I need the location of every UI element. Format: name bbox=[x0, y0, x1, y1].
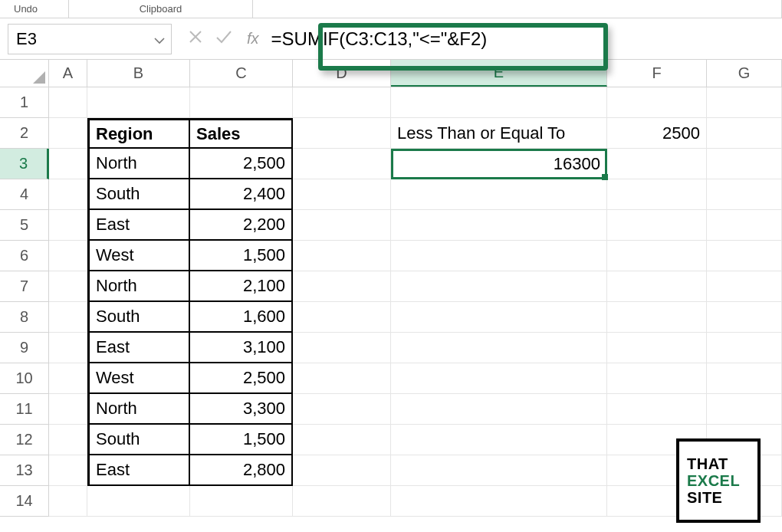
cell-B4[interactable]: South bbox=[87, 179, 190, 210]
cell-G1[interactable] bbox=[707, 87, 782, 118]
cell-B12[interactable]: South bbox=[87, 425, 190, 455]
cell-D1[interactable] bbox=[293, 87, 391, 118]
cell-C13[interactable]: 2,800 bbox=[190, 455, 293, 486]
cell-C4[interactable]: 2,400 bbox=[190, 179, 293, 210]
cell-A7[interactable] bbox=[49, 271, 87, 302]
cell-F7[interactable] bbox=[607, 271, 707, 302]
row-header-13[interactable]: 13 bbox=[0, 455, 49, 486]
cell-A11[interactable] bbox=[49, 394, 87, 425]
fx-icon[interactable]: fx bbox=[239, 30, 267, 48]
cell-B1[interactable] bbox=[87, 87, 190, 118]
cell-G3[interactable] bbox=[707, 149, 782, 179]
cell-B3[interactable]: North bbox=[87, 149, 190, 179]
cell-G5[interactable] bbox=[707, 210, 782, 241]
cell-B8[interactable]: South bbox=[87, 302, 190, 333]
cell-E14[interactable] bbox=[391, 486, 607, 517]
cell-C7[interactable]: 2,100 bbox=[190, 271, 293, 302]
cell-D2[interactable] bbox=[293, 118, 391, 149]
col-header-G[interactable]: G bbox=[707, 60, 782, 87]
cell-E5[interactable] bbox=[391, 210, 607, 241]
row-header-11[interactable]: 11 bbox=[0, 394, 49, 425]
cell-C5[interactable]: 2,200 bbox=[190, 210, 293, 241]
cancel-icon[interactable] bbox=[187, 28, 204, 49]
cell-C11[interactable]: 3,300 bbox=[190, 394, 293, 425]
col-header-D[interactable]: D bbox=[293, 60, 391, 87]
row-header-7[interactable]: 7 bbox=[0, 271, 49, 302]
cell-F6[interactable] bbox=[607, 241, 707, 271]
cell-E4[interactable] bbox=[391, 179, 607, 210]
chevron-down-icon[interactable] bbox=[154, 29, 165, 49]
cell-G4[interactable] bbox=[707, 179, 782, 210]
cell-E13[interactable] bbox=[391, 455, 607, 486]
row-header-12[interactable]: 12 bbox=[0, 425, 49, 455]
cell-F9[interactable] bbox=[607, 333, 707, 363]
cell-A13[interactable] bbox=[49, 455, 87, 486]
row-header-3[interactable]: 3 bbox=[0, 149, 49, 179]
row-header-6[interactable]: 6 bbox=[0, 241, 49, 271]
col-header-A[interactable]: A bbox=[49, 60, 87, 87]
cell-D11[interactable] bbox=[293, 394, 391, 425]
cell-B14[interactable] bbox=[87, 486, 190, 517]
cell-B5[interactable]: East bbox=[87, 210, 190, 241]
cell-A9[interactable] bbox=[49, 333, 87, 363]
cell-A12[interactable] bbox=[49, 425, 87, 455]
cell-A3[interactable] bbox=[49, 149, 87, 179]
cell-B13[interactable]: East bbox=[87, 455, 190, 486]
cell-F2[interactable]: 2500 bbox=[607, 118, 707, 149]
row-header-4[interactable]: 4 bbox=[0, 179, 49, 210]
cell-D4[interactable] bbox=[293, 179, 391, 210]
formula-input[interactable] bbox=[267, 24, 774, 54]
row-header-14[interactable]: 14 bbox=[0, 486, 49, 517]
cell-C12[interactable]: 1,500 bbox=[190, 425, 293, 455]
cell-B7[interactable]: North bbox=[87, 271, 190, 302]
cell-E10[interactable] bbox=[391, 363, 607, 394]
cell-D10[interactable] bbox=[293, 363, 391, 394]
cell-D8[interactable] bbox=[293, 302, 391, 333]
cell-A5[interactable] bbox=[49, 210, 87, 241]
cell-B11[interactable]: North bbox=[87, 394, 190, 425]
name-box[interactable]: E3 bbox=[8, 24, 172, 54]
cell-C6[interactable]: 1,500 bbox=[190, 241, 293, 271]
cell-E3[interactable]: 16300 bbox=[391, 149, 607, 179]
cell-G2[interactable] bbox=[707, 118, 782, 149]
cell-F10[interactable] bbox=[607, 363, 707, 394]
cell-E9[interactable] bbox=[391, 333, 607, 363]
cell-G8[interactable] bbox=[707, 302, 782, 333]
cell-E8[interactable] bbox=[391, 302, 607, 333]
cell-F5[interactable] bbox=[607, 210, 707, 241]
cell-D7[interactable] bbox=[293, 271, 391, 302]
cell-F11[interactable] bbox=[607, 394, 707, 425]
cell-E12[interactable] bbox=[391, 425, 607, 455]
col-header-C[interactable]: C bbox=[190, 60, 293, 87]
cell-E2[interactable]: Less Than or Equal To bbox=[391, 118, 607, 149]
cell-B9[interactable]: East bbox=[87, 333, 190, 363]
cell-A8[interactable] bbox=[49, 302, 87, 333]
col-header-E[interactable]: E bbox=[391, 60, 607, 87]
cell-B6[interactable]: West bbox=[87, 241, 190, 271]
cell-D14[interactable] bbox=[293, 486, 391, 517]
cell-B10[interactable]: West bbox=[87, 363, 190, 394]
cell-C10[interactable]: 2,500 bbox=[190, 363, 293, 394]
cell-G6[interactable] bbox=[707, 241, 782, 271]
cell-F4[interactable] bbox=[607, 179, 707, 210]
row-header-5[interactable]: 5 bbox=[0, 210, 49, 241]
enter-icon[interactable] bbox=[215, 28, 233, 49]
cell-C8[interactable]: 1,600 bbox=[190, 302, 293, 333]
cell-C2[interactable]: Sales bbox=[190, 118, 293, 149]
cell-D3[interactable] bbox=[293, 149, 391, 179]
cell-D12[interactable] bbox=[293, 425, 391, 455]
cell-A2[interactable] bbox=[49, 118, 87, 149]
cell-D9[interactable] bbox=[293, 333, 391, 363]
cell-D6[interactable] bbox=[293, 241, 391, 271]
col-header-B[interactable]: B bbox=[87, 60, 190, 87]
cell-F1[interactable] bbox=[607, 87, 707, 118]
select-all-corner[interactable] bbox=[0, 60, 49, 87]
cell-B2[interactable]: Region bbox=[87, 118, 190, 149]
cell-G11[interactable] bbox=[707, 394, 782, 425]
cell-G10[interactable] bbox=[707, 363, 782, 394]
col-header-F[interactable]: F bbox=[607, 60, 707, 87]
cell-F3[interactable] bbox=[607, 149, 707, 179]
cell-D5[interactable] bbox=[293, 210, 391, 241]
cell-G9[interactable] bbox=[707, 333, 782, 363]
cell-C1[interactable] bbox=[190, 87, 293, 118]
